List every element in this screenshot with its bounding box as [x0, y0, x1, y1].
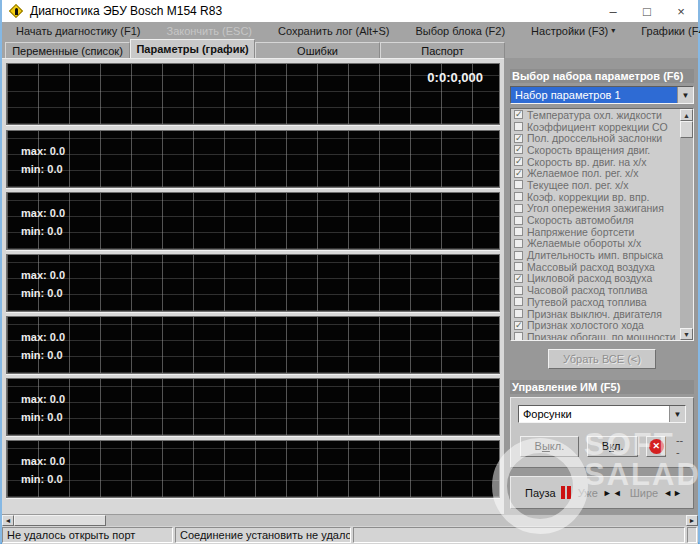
on-button-label: В	[602, 440, 609, 452]
checkbox-icon[interactable]	[514, 169, 523, 178]
parameter-row[interactable]: Часовой расход топлива	[511, 284, 693, 296]
parameter-row[interactable]: Текущее пол. рег. х/х	[511, 179, 693, 191]
parameter-row[interactable]: Коэффициент коррекции СО	[511, 121, 693, 133]
checkbox-icon[interactable]	[514, 297, 523, 306]
checkbox-icon[interactable]	[514, 122, 523, 131]
graph-area: 0:0:0,000 max: 0.0min: 0.0max: 0.0min: 0…	[2, 58, 504, 514]
maximize-button[interactable]: □	[630, 0, 664, 22]
parameter-row[interactable]: Признак холостого хода	[511, 319, 693, 331]
scrollbar-thumb[interactable]	[14, 515, 106, 526]
checkbox-icon[interactable]	[514, 309, 523, 318]
scroll-down-icon[interactable]: ▼	[680, 328, 693, 340]
tab-label: Параметры (график)	[136, 43, 248, 55]
chevron-down-icon[interactable]: ▼	[669, 406, 685, 422]
chevron-down-icon[interactable]: ▼	[677, 87, 693, 103]
on-button[interactable]: Вкл.	[587, 436, 639, 457]
parameter-label: Признак выключ. двигателя	[527, 308, 662, 320]
right-panel: Выбор набора параметров (F6) Набор парам…	[504, 58, 698, 514]
menu-item-label: Закончить (ESC)	[166, 25, 252, 37]
scrollbar-thumb[interactable]	[680, 121, 693, 138]
horizontal-scrollbar[interactable]: ◄ ►	[2, 514, 698, 526]
parameter-row[interactable]: Цикловой расход воздуха	[511, 273, 693, 285]
parameter-row[interactable]: Угол опережения зажигания	[511, 203, 693, 215]
menu-item-2[interactable]: Закончить (ESC)	[166, 25, 252, 37]
title-bar: Диагностика ЭБУ Bosch M154 R83 – □ ×	[2, 0, 698, 22]
strip-min-label: min: 0.0	[21, 163, 63, 175]
param-set-combobox[interactable]: Набор параметров 1 ▼	[510, 86, 694, 104]
parameter-row[interactable]: Пол. дроссельной заслонки	[511, 132, 693, 144]
checkbox-icon[interactable]	[514, 332, 523, 341]
menu-item-4[interactable]: Выбор блока (F2)	[415, 25, 505, 37]
tab-4[interactable]: Паспорт	[380, 42, 505, 58]
param-set-value[interactable]: Набор параметров 1	[511, 87, 677, 103]
tab-label: Паспорт	[421, 45, 464, 57]
tab-3[interactable]: Ошибки	[255, 42, 380, 58]
parameter-row[interactable]: Скорость вращения двиг.	[511, 144, 693, 156]
parameter-row[interactable]: Напряжение бортсети	[511, 226, 693, 238]
checkbox-icon[interactable]	[514, 262, 523, 271]
strip-min-label: min: 0.0	[21, 225, 63, 237]
status-cell-grip	[687, 527, 697, 543]
parameter-label: Скорость вр. двиг. на х/х	[527, 156, 646, 168]
parameter-row[interactable]: Путевой расход топлива	[511, 296, 693, 308]
strip-min-label: min: 0.0	[21, 349, 63, 361]
checkbox-icon[interactable]	[514, 286, 523, 295]
menu-item-3[interactable]: Сохранить лог (Alt+S)	[278, 25, 389, 37]
parameter-row[interactable]: Массовый расход воздуха	[511, 261, 693, 273]
checkbox-icon[interactable]	[514, 145, 523, 154]
parameter-row[interactable]: Длительность имп. впрыска	[511, 249, 693, 261]
checkbox-icon[interactable]	[514, 239, 523, 248]
graph-strips: max: 0.0min: 0.0max: 0.0min: 0.0max: 0.0…	[6, 130, 500, 498]
parameter-row[interactable]: Желаемые обороты х/х	[511, 238, 693, 250]
actuator-value[interactable]: Форсунки	[519, 406, 669, 422]
parameter-row[interactable]: Признак обогащ. по мощности	[511, 331, 693, 341]
remove-all-button[interactable]: Убрать ВСЕ (<)	[548, 349, 656, 369]
parameter-row[interactable]: Скорость вр. двиг. на х/х	[511, 156, 693, 168]
menu-item-1[interactable]: Начать диагностику (F1)	[16, 25, 140, 37]
checkbox-icon[interactable]	[514, 180, 523, 189]
checkbox-icon[interactable]	[514, 216, 523, 225]
checkbox-icon[interactable]	[514, 192, 523, 201]
menu-item-label: Настройки (F3)	[531, 25, 608, 37]
parameter-label: Скорость вращения двиг.	[527, 144, 650, 156]
parameter-label: Массовый расход воздуха	[527, 261, 655, 273]
pause-label: Пауза	[525, 487, 556, 499]
strip-max-label: max: 0.0	[21, 207, 65, 219]
strip-max-label: max: 0.0	[21, 331, 65, 343]
param-set-header: Выбор набора параметров (F6)	[510, 69, 694, 83]
close-button[interactable]: ×	[664, 0, 698, 22]
scroll-left-icon[interactable]: ◄	[2, 515, 14, 526]
checkbox-icon[interactable]	[514, 227, 523, 236]
menu-item-6[interactable]: Графики (F4)▾	[641, 25, 700, 37]
wider-button[interactable]: Шире ◄►	[630, 487, 683, 499]
parameter-label: Пол. дроссельной заслонки	[527, 132, 662, 144]
minimize-button[interactable]: –	[596, 0, 630, 22]
parameter-list: Температура охл. жидкостиКоэффициент кор…	[510, 108, 694, 341]
parameter-list-scrollbar[interactable]: ▲ ▼	[680, 109, 693, 340]
parameter-row[interactable]: Признак выключ. двигателя	[511, 308, 693, 320]
off-button[interactable]: Выкл.	[520, 436, 579, 457]
checkbox-icon[interactable]	[514, 251, 523, 260]
checkbox-icon[interactable]	[514, 157, 523, 166]
tab-1[interactable]: Переменные (список)	[5, 42, 130, 58]
checkbox-icon[interactable]	[514, 204, 523, 213]
scrollbar-track[interactable]	[106, 515, 686, 526]
parameter-row[interactable]: Коэф. коррекции вр. впр.	[511, 191, 693, 203]
checkbox-icon[interactable]	[514, 110, 523, 119]
checkbox-icon[interactable]	[514, 134, 523, 143]
stop-button[interactable]: ✕	[646, 436, 665, 457]
parameter-label: Признак обогащ. по мощности	[527, 331, 676, 341]
parameter-row[interactable]: Скорость автомобиля	[511, 214, 693, 226]
checkbox-icon[interactable]	[514, 274, 523, 283]
pause-button[interactable]: Пауза	[525, 486, 571, 499]
tab-2[interactable]: Параметры (график)	[130, 39, 255, 58]
checkbox-icon[interactable]	[514, 321, 523, 330]
actuator-combobox[interactable]: Форсунки ▼	[518, 405, 686, 423]
scroll-right-icon[interactable]: ►	[686, 515, 698, 526]
menu-item-5[interactable]: Настройки (F3)▾	[531, 25, 615, 37]
parameter-row[interactable]: Желаемое пол. рег. х/х	[511, 167, 693, 179]
parameter-row[interactable]: Температура охл. жидкости	[511, 109, 693, 121]
strip-min-label: min: 0.0	[21, 411, 63, 423]
scroll-up-icon[interactable]: ▲	[680, 109, 693, 121]
narrower-button[interactable]: Уже ►◄	[578, 487, 623, 499]
